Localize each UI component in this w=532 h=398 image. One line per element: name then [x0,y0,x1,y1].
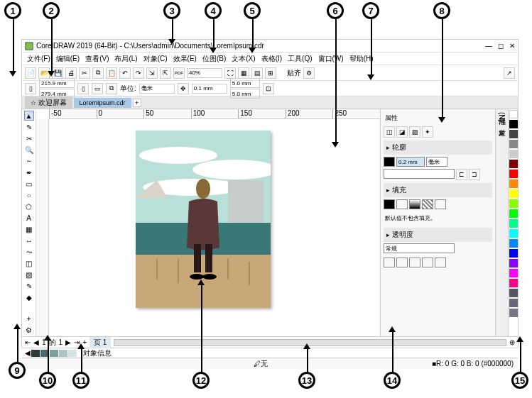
outline-style-combo[interactable] [384,169,455,179]
tab-document[interactable]: LoremIpsum.cdr [74,98,131,108]
docker-tab-properties[interactable]: 属性(N) [498,112,506,122]
text-tool-icon[interactable]: A [24,213,34,223]
outline-units[interactable]: 毫米 [426,157,447,167]
fullscreen-icon[interactable]: ⛶ [224,67,236,79]
connector-tool-icon[interactable]: ⤳ [24,247,34,257]
palette-color[interactable] [509,189,518,198]
doc-palette-color[interactable] [68,350,77,357]
page-next-icon[interactable]: ▶ [65,338,71,346]
dimension-tool-icon[interactable]: ↔ [24,236,34,245]
trans-tab-icon[interactable]: ▨ [409,126,420,138]
minimize-icon[interactable]: — [485,42,492,50]
redo-icon[interactable]: ↷ [133,67,144,79]
palette-color[interactable] [509,279,518,287]
units-combo[interactable]: 毫米 [139,84,175,94]
rectangle-tool-icon[interactable]: ▭ [24,179,34,189]
menu-object[interactable]: 对象(C) [141,54,170,64]
page-first-icon[interactable]: ⇤ [25,338,31,346]
palette-color[interactable] [509,269,518,277]
palette-color[interactable] [509,259,518,267]
menu-effects[interactable]: 效果(E) [171,54,199,64]
trans-none-icon[interactable] [384,258,395,267]
pdf-icon[interactable]: PDF [173,67,185,79]
menu-edit[interactable]: 编辑(E) [54,54,82,64]
doc-palette-color[interactable] [50,350,58,357]
ellipse-tool-icon[interactable]: ○ [24,190,34,200]
close-icon[interactable]: ✕ [509,42,515,50]
shape-tool-icon[interactable]: ✎ [24,122,34,132]
fx-tab-icon[interactable]: ✦ [422,126,433,138]
add-tool-icon[interactable]: + [24,314,34,324]
dup-y-input[interactable]: 5.0 mm [230,89,260,99]
menu-table[interactable]: 表格(I) [259,54,284,64]
eyedropper-tool-icon[interactable]: ✎ [24,281,34,291]
all-pages-icon[interactable]: ⧉ [106,83,117,94]
outline-width-input[interactable]: 0.2 mm [396,157,425,167]
transparency-tool-icon[interactable]: ▨ [24,270,34,280]
trans-fountain-icon[interactable] [409,258,420,267]
doc-palette-color[interactable] [59,350,67,357]
palette-color[interactable] [509,199,518,208]
palette-color[interactable] [509,170,518,178]
palette-color[interactable] [509,120,518,128]
palette-color[interactable] [509,229,518,238]
new-icon[interactable]: 📄 [25,67,36,79]
fill-tab-icon[interactable]: ◪ [396,126,408,138]
palette-color[interactable] [509,239,518,248]
polygon-tool-icon[interactable]: ⬠ [24,201,34,211]
fill-header[interactable]: ▸ 填充 [384,183,492,197]
launch-icon[interactable]: ↗ [504,67,515,79]
palette-color[interactable] [509,130,518,138]
snap-icon[interactable]: ⊞ [265,67,276,79]
drawing-window[interactable]: -50050100150200250 [36,109,380,336]
tab-welcome[interactable]: ☆ 欢迎屏幕 [25,96,72,109]
print-icon[interactable]: 🖨 [65,67,77,79]
palette-color[interactable] [509,160,518,168]
cap-icon[interactable]: ⊏ [456,169,467,180]
cut-icon[interactable]: ✂ [79,67,90,79]
palette-none-icon[interactable] [509,110,518,118]
trans-uniform-icon[interactable] [396,258,408,267]
fill-none-icon[interactable] [384,199,395,209]
table-tool-icon[interactable]: ▦ [24,224,34,234]
outline-tab-icon[interactable]: ◫ [384,126,395,138]
fill-pattern-icon[interactable] [422,199,433,209]
guides-icon[interactable]: ▤ [251,67,263,79]
zoom-tool-icon[interactable]: 🔍 [24,145,34,155]
menu-tools[interactable]: 工具(Q) [286,54,314,64]
landscape-icon[interactable]: ▭ [92,83,103,94]
palette-color[interactable] [509,249,518,258]
palette-color[interactable] [509,219,518,228]
palette-color[interactable] [509,309,518,317]
freehand-tool-icon[interactable]: ～ [24,156,34,166]
dup-x-input[interactable]: 5.0 mm [230,78,260,88]
trans-texture-icon[interactable] [435,258,446,267]
ruler-horizontal[interactable]: -50050100150200250 [49,109,380,119]
trans-pattern-icon[interactable] [422,258,433,267]
doc-palette-color[interactable] [31,350,40,357]
fill-gradient-icon[interactable] [409,199,420,209]
maximize-icon[interactable]: ◻ [498,42,504,50]
join-icon[interactable]: ⊐ [469,169,480,180]
fill-tool-icon[interactable]: ◆ [24,292,34,302]
page-tab[interactable]: 页 1 [89,337,111,348]
menu-text[interactable]: 文本(X) [229,54,257,64]
menu-file[interactable]: 文件(F) [25,54,53,64]
zoom-combo[interactable]: 40% [187,68,222,78]
menu-view[interactable]: 查看(V) [83,54,111,64]
page-prev-icon[interactable]: ◀ [33,338,39,346]
menu-layout[interactable]: 布局(L) [112,54,139,64]
grid-icon[interactable]: ▦ [238,67,249,79]
settings-tool-icon[interactable]: ⚙ [24,325,34,335]
outline-header[interactable]: ▸ 轮廓 [384,140,492,155]
palette-color[interactable] [509,299,518,307]
crop-tool-icon[interactable]: ✂ [24,133,34,143]
copy-icon[interactable]: ⧉ [92,67,104,79]
add-tab-icon[interactable]: + [133,99,141,107]
artistic-tool-icon[interactable]: ✒ [24,167,34,177]
page-layout-icon[interactable]: ▯ [25,83,36,94]
ruler-vertical[interactable] [36,119,49,336]
navigator-icon[interactable]: ⊕ [509,338,515,346]
crop-icon[interactable]: ⊡ [263,83,274,94]
menu-window[interactable]: 窗口(W) [316,54,346,64]
